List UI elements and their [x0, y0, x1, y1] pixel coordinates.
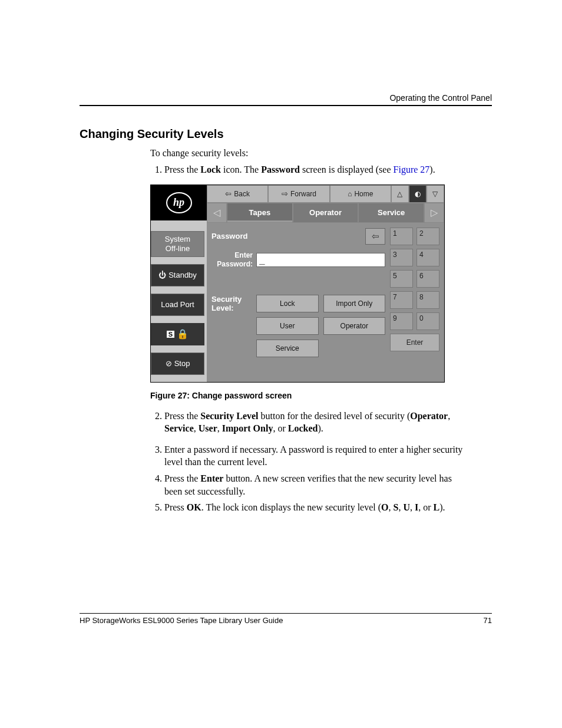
- hp-logo-text: hp: [166, 192, 192, 213]
- text: Press the: [164, 473, 200, 483]
- figure-link[interactable]: Figure 27: [394, 164, 430, 174]
- text: Standby: [168, 271, 197, 279]
- system-status-button[interactable]: System Off-line: [151, 231, 204, 257]
- text: OK: [187, 502, 201, 512]
- text: Service: [164, 423, 194, 433]
- text: Level:: [211, 304, 234, 312]
- key-9[interactable]: 9: [390, 312, 413, 330]
- back-arrow-icon: ⇦: [225, 189, 232, 198]
- text: L: [434, 502, 440, 512]
- tab-operator[interactable]: Operator: [293, 203, 359, 223]
- text: screen is displayed (see: [300, 164, 394, 174]
- spacer: [151, 222, 207, 231]
- tab-row: ◁ Tapes Operator Service ▷: [207, 203, 444, 223]
- key-4[interactable]: 4: [416, 249, 439, 266]
- text: Off-line: [166, 244, 190, 253]
- text: icon. The: [221, 164, 261, 174]
- down-icon-button[interactable]: ▽: [427, 185, 444, 203]
- load-port-button[interactable]: Load Port: [151, 294, 204, 316]
- text: Press the: [164, 411, 200, 421]
- lock-level-button[interactable]: Lock: [256, 295, 319, 312]
- text: Password:: [217, 260, 253, 268]
- standby-button[interactable]: ⏻ Standby: [151, 264, 204, 286]
- key-8[interactable]: 8: [416, 291, 439, 309]
- key-7[interactable]: 7: [390, 291, 413, 309]
- page-number: 71: [484, 616, 492, 625]
- step-3: Enter a password if necessary. A passwor…: [164, 443, 471, 469]
- security-level-label: Security Level:: [211, 295, 253, 357]
- step-1: Press the Lock icon. The Password screen…: [164, 163, 471, 176]
- text: System: [165, 235, 190, 244]
- text: ).: [439, 502, 445, 512]
- numeric-keypad: 1 2 3 4 5 6 7 8 9 0 Enter: [390, 228, 439, 377]
- text: ).: [429, 164, 435, 174]
- panel-sidebar: hp System Off-line ⏻ Standby Load Port: [151, 185, 207, 382]
- password-heading: Password: [211, 232, 247, 241]
- enter-password-label: Enter Password:: [211, 251, 253, 268]
- running-head: Operating the Control Panel: [80, 93, 492, 103]
- step-5: Press OK. The lock icon displays the new…: [164, 501, 471, 514]
- text: Import Only: [222, 423, 273, 433]
- text: Password: [261, 164, 300, 174]
- contrast-icon: ◐: [415, 190, 421, 198]
- up-icon: △: [397, 190, 402, 198]
- tab-service[interactable]: Service: [358, 203, 424, 223]
- hp-logo: hp: [151, 185, 207, 222]
- text: Forward: [290, 190, 316, 198]
- key-6[interactable]: 6: [416, 270, 439, 288]
- stop-button[interactable]: ⊘ Stop: [151, 353, 204, 375]
- tab-tapes[interactable]: Tapes: [227, 203, 293, 223]
- text: Enter: [234, 251, 253, 259]
- text: Operator: [410, 411, 448, 421]
- form-header: Password ⇦: [211, 228, 385, 245]
- enter-password-row: Enter Password: _: [211, 249, 385, 271]
- panel-back-button[interactable]: ⇦: [365, 228, 385, 245]
- intro-text: To change security levels:: [150, 148, 471, 159]
- figure-caption: Figure 27: Change password screen: [150, 391, 471, 400]
- tab-scroll-right[interactable]: ▷: [424, 203, 444, 223]
- text: ,: [217, 423, 222, 433]
- step-2: Press the Security Level button for the …: [164, 410, 471, 435]
- text: Press the: [164, 164, 200, 174]
- text: Home: [354, 190, 373, 198]
- forward-button[interactable]: ⇨ Forward: [268, 185, 329, 203]
- home-icon: ⌂: [348, 190, 352, 198]
- text: , or: [273, 423, 287, 433]
- key-enter[interactable]: Enter: [390, 334, 439, 351]
- import-only-level-button[interactable]: Import Only: [323, 295, 386, 312]
- text: Locked: [288, 423, 318, 433]
- contrast-icon-button[interactable]: ◐: [409, 185, 427, 203]
- form-column: Password ⇦ Enter Password: _: [211, 228, 385, 377]
- lock-icon: 🔒: [177, 328, 189, 340]
- user-level-button[interactable]: User: [256, 317, 319, 335]
- up-icon-button[interactable]: △: [391, 185, 409, 203]
- forward-arrow-icon: ⇨: [282, 189, 288, 198]
- text: ).: [318, 423, 323, 433]
- security-level-row: Security Level: Lock Import Only User Op…: [211, 295, 385, 357]
- key-1[interactable]: 1: [390, 228, 413, 245]
- key-0[interactable]: 0: [416, 312, 439, 330]
- text: ,: [410, 502, 415, 512]
- operator-level-button[interactable]: Operator: [323, 317, 386, 335]
- text: . The lock icon displays the new securit…: [201, 502, 381, 512]
- text: O: [381, 502, 388, 512]
- service-level-button[interactable]: Service: [256, 340, 319, 357]
- password-input[interactable]: _: [256, 253, 385, 267]
- key-3[interactable]: 3: [390, 249, 413, 266]
- key-2[interactable]: 2: [416, 228, 439, 245]
- security-button-grid: Lock Import Only User Operator Service: [256, 295, 385, 357]
- tab-scroll-left[interactable]: ◁: [207, 203, 227, 223]
- text: Security Level: [200, 411, 258, 421]
- key-5[interactable]: 5: [390, 270, 413, 288]
- blank-cell: [323, 340, 386, 357]
- panel-main: ⇦ Back ⇨ Forward ⌂ Home △ ◐ ▽: [207, 185, 444, 382]
- text: Security: [211, 295, 242, 304]
- footer-title: HP StorageWorks ESL9000 Series Tape Libr…: [80, 616, 283, 625]
- home-button[interactable]: ⌂ Home: [330, 185, 391, 203]
- text: User: [199, 423, 217, 433]
- power-icon: ⏻: [158, 271, 166, 279]
- back-button[interactable]: ⇦ Back: [207, 185, 268, 203]
- header-rule: [80, 105, 492, 106]
- lock-status-button[interactable]: S 🔒: [151, 323, 204, 345]
- control-panel-figure: hp System Off-line ⏻ Standby Load Port: [150, 185, 445, 383]
